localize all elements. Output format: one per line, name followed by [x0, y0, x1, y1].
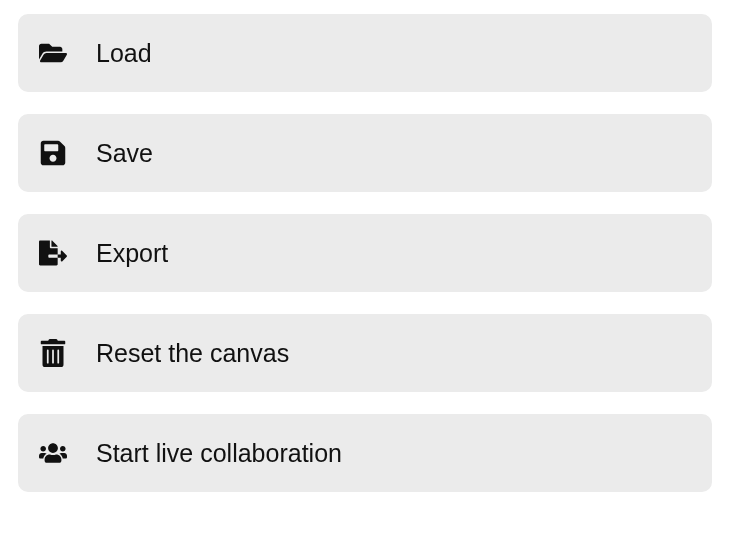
menu-item-label: Load — [96, 39, 152, 68]
menu-item-save[interactable]: Save — [18, 114, 712, 192]
menu-item-label: Reset the canvas — [96, 339, 289, 368]
menu-item-collab[interactable]: Start live collaboration — [18, 414, 712, 492]
menu-item-reset[interactable]: Reset the canvas — [18, 314, 712, 392]
menu-item-label: Save — [96, 139, 153, 168]
folder-open-icon — [38, 38, 68, 68]
menu-item-export[interactable]: Export — [18, 214, 712, 292]
export-icon — [38, 238, 68, 268]
users-icon — [38, 438, 68, 468]
menu-list: Load Save Export Reset the canvas Start … — [18, 14, 712, 492]
trash-icon — [38, 338, 68, 368]
menu-item-label: Start live collaboration — [96, 439, 342, 468]
menu-item-label: Export — [96, 239, 168, 268]
menu-item-load[interactable]: Load — [18, 14, 712, 92]
save-icon — [38, 138, 68, 168]
